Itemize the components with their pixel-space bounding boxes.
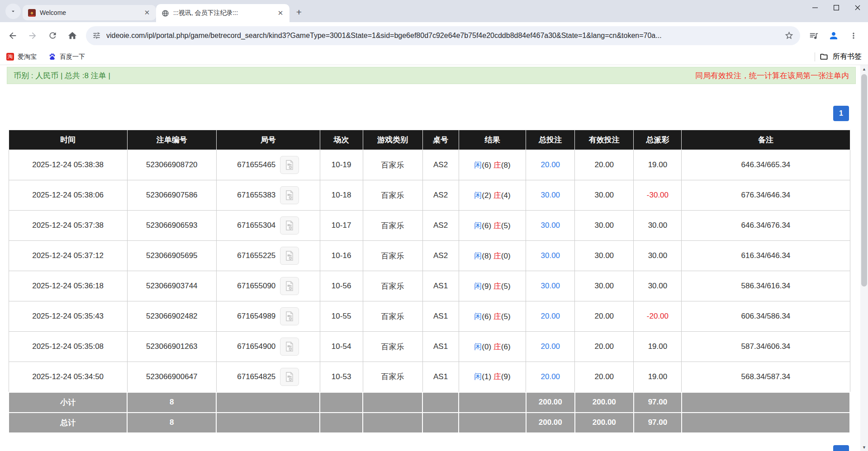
vertical-scrollbar[interactable]: ▲ ▼ <box>860 65 868 451</box>
page-1-button[interactable]: 1 <box>833 106 849 121</box>
refresh-button[interactable] <box>43 27 62 45</box>
cell-valid-bet: 30.00 <box>575 271 634 301</box>
banker-score: (9) <box>501 372 511 381</box>
home-button[interactable] <box>63 27 81 45</box>
profile-avatar[interactable] <box>825 27 843 45</box>
media-playlist-icon <box>809 31 819 41</box>
footer-total-bet: 200.00 <box>526 392 575 413</box>
scroll-up-arrow[interactable]: ▲ <box>860 65 868 73</box>
table-row: 2025-12-24 05:37:12523066905695671655225… <box>9 241 850 271</box>
cell-valid-bet: 30.00 <box>575 241 634 271</box>
cell-total-bet[interactable]: 30.00 <box>526 241 575 271</box>
round-number: 671655383 <box>237 191 275 200</box>
media-controls-button[interactable] <box>805 27 823 45</box>
cell-game-type: 百家乐 <box>363 271 422 301</box>
cell-time: 2025-12-24 05:36:18 <box>9 271 127 301</box>
column-header: 总派彩 <box>634 130 682 150</box>
cell-time: 2025-12-24 05:38:06 <box>9 180 127 211</box>
banker-label: 庄 <box>493 282 501 291</box>
empty <box>216 413 320 433</box>
divider <box>815 52 815 61</box>
round-video-button[interactable] <box>280 307 299 325</box>
scrollbar-thumb[interactable] <box>861 74 867 287</box>
column-header: 时间 <box>9 130 127 150</box>
round-video-button[interactable] <box>280 338 299 356</box>
cell-payout: -20.00 <box>634 301 682 332</box>
maximize-button[interactable] <box>825 0 847 15</box>
all-bookmarks[interactable]: 所有书签 <box>815 52 862 61</box>
empty <box>459 413 526 433</box>
cell-bet-id: 523066905695 <box>127 241 216 271</box>
menu-button[interactable] <box>844 27 863 45</box>
cell-payout: 30.00 <box>634 271 682 301</box>
table-row: 2025-12-24 05:35:08523066901263671654900… <box>9 332 850 362</box>
cell-payout: 30.00 <box>634 241 682 271</box>
footer-payout: 97.00 <box>634 392 682 413</box>
new-tab-button[interactable]: + <box>292 5 306 19</box>
round-video-button[interactable] <box>280 186 299 204</box>
round-video-button[interactable] <box>280 368 299 386</box>
player-label: 闲 <box>474 282 482 291</box>
cell-total-bet[interactable]: 30.00 <box>526 271 575 301</box>
column-header: 备注 <box>682 130 850 150</box>
bookmark-baidu[interactable]: 百度一下 <box>48 53 85 61</box>
bookmark-star-icon[interactable] <box>784 31 794 40</box>
cell-result: 闲(0) 庄(6) <box>459 332 526 362</box>
column-header: 总投注 <box>526 130 575 150</box>
cell-total-bet[interactable]: 20.00 <box>526 362 575 392</box>
bookmark-label: 爱淘宝 <box>18 53 37 61</box>
column-header: 注单编号 <box>127 130 216 150</box>
site-info-icon[interactable] <box>92 31 101 40</box>
cell-remark: 616.34/646.34 <box>682 241 850 271</box>
cell-remark: 587.34/606.34 <box>682 332 850 362</box>
round-video-button[interactable] <box>280 216 299 235</box>
bookmarks-bar: 淘 爱淘宝 百度一下 所有书签 <box>0 49 868 65</box>
pagination-bottom-partial[interactable] <box>833 445 849 451</box>
cell-table-no: AS1 <box>422 332 459 362</box>
cell-time: 2025-12-24 05:34:50 <box>9 362 127 392</box>
cell-total-bet[interactable]: 30.00 <box>526 211 575 241</box>
round-video-button[interactable] <box>280 156 299 174</box>
cell-round: 671654989 <box>216 301 320 332</box>
video-record-icon <box>284 371 295 382</box>
address-bar[interactable]: videoie.com/ipl/portal.php/game/betrecor… <box>86 26 800 45</box>
empty <box>216 392 320 413</box>
round-video-button[interactable] <box>280 277 299 295</box>
cell-total-bet[interactable]: 20.00 <box>526 301 575 332</box>
cell-valid-bet: 30.00 <box>575 211 634 241</box>
bookmark-aitaobao[interactable]: 淘 爱淘宝 <box>6 53 37 61</box>
empty <box>363 413 422 433</box>
cell-total-bet[interactable]: 20.00 <box>526 332 575 362</box>
bet-record-table: 时间注单编号局号场次游戏类别桌号结果总投注有效投注总派彩备注 2025-12-2… <box>8 130 850 433</box>
cell-round: 671655304 <box>216 211 320 241</box>
person-icon <box>828 30 839 41</box>
back-button[interactable] <box>4 27 22 45</box>
empty <box>320 413 363 433</box>
forward-button[interactable] <box>24 27 42 45</box>
footer-valid-bet: 200.00 <box>575 392 634 413</box>
cell-valid-bet: 20.00 <box>575 362 634 392</box>
cell-game-type: 百家乐 <box>363 150 422 180</box>
column-header: 桌号 <box>422 130 459 150</box>
tab-search-button[interactable] <box>5 4 21 19</box>
url-text[interactable]: videoie.com/ipl/portal.php/game/betrecor… <box>106 32 779 40</box>
cell-total-bet[interactable]: 20.00 <box>526 150 575 180</box>
player-label: 闲 <box>474 161 482 169</box>
cell-payout: 19.00 <box>634 362 682 392</box>
minimize-button[interactable] <box>804 0 825 15</box>
cell-bet-id: 523066908720 <box>127 150 216 180</box>
subtotal-row: 小计8200.00200.0097.00 <box>9 392 850 413</box>
cell-session: 10-18 <box>320 180 363 211</box>
tab-close-icon[interactable]: ✕ <box>276 9 285 18</box>
tab-betrecord[interactable]: :::视讯, 会员下注纪录::: ✕ <box>156 4 289 22</box>
cell-total-bet[interactable]: 30.00 <box>526 180 575 211</box>
close-window-button[interactable] <box>847 0 868 15</box>
tab-welcome[interactable]: ♠ Welcome ✕ <box>23 5 156 20</box>
scroll-down-arrow[interactable]: ▼ <box>860 443 868 451</box>
empty <box>363 392 422 413</box>
tab-close-icon[interactable]: ✕ <box>142 8 152 17</box>
bet-record-table-wrap: 时间注单编号局号场次游戏类别桌号结果总投注有效投注总派彩备注 2025-12-2… <box>8 130 850 433</box>
round-video-button[interactable] <box>280 247 299 265</box>
banker-label: 庄 <box>493 221 501 230</box>
window-controls <box>804 0 868 15</box>
